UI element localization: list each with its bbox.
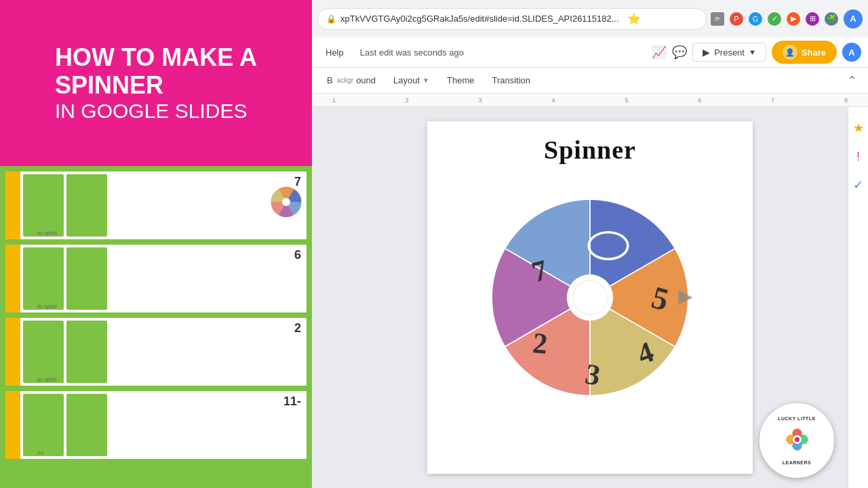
- collapse-toolbar-btn[interactable]: ⌃: [842, 71, 861, 90]
- thumb-left-bar-3: [5, 318, 20, 386]
- thumb-number-2: 6: [294, 248, 301, 262]
- browser-chrome: 🔒 xpTkVVGTGAy0i2cg5GRakJa5s/edit#slide=i…: [312, 0, 868, 37]
- theme-label: Theme: [447, 75, 474, 85]
- thumbnails-panel: 7 to spin! 6: [0, 166, 312, 488]
- spinner-svg: 5 4 3 2 7: [468, 176, 712, 420]
- logo-text-top: LUCKY LITTLE: [778, 416, 816, 422]
- green-bar-5: [23, 321, 64, 383]
- thumb-content-2: 6 to spin!: [20, 245, 307, 312]
- right-icon-3[interactable]: ✓: [851, 178, 866, 192]
- title-line-1: HOW TO MAKE A: [55, 43, 257, 71]
- ruler-marks: 1 2 3 4 5 6 7 8: [332, 97, 848, 104]
- thumb-content-1: 7 to spin!: [20, 171, 307, 239]
- comment-icon[interactable]: 💬: [672, 45, 687, 60]
- right-icon-1[interactable]: ★: [851, 121, 866, 136]
- url-text: xpTkVVGTGAy0i2cg5GRakJa5s/edit#slide=id.…: [340, 14, 619, 24]
- svg-point-22: [794, 437, 799, 442]
- thumb-label-2: to spin!: [37, 303, 57, 310]
- logo-flower: [782, 424, 812, 458]
- title-card-text: HOW TO MAKE A SPINNER IN GOOGLE SLIDES: [55, 43, 257, 123]
- thumb-spinner-1: [269, 185, 303, 219]
- share-label: Share: [802, 47, 826, 58]
- green-bar-7: [23, 394, 64, 456]
- thumb-content-3: 2 to spin!: [20, 318, 307, 386]
- logo-badge: LUCKY LITTLE LEARNERS: [760, 403, 834, 478]
- extension-icon-6[interactable]: ⊞: [806, 12, 819, 26]
- ruler-mark-7: 7: [771, 97, 774, 104]
- title-line-2: SPINNER: [55, 71, 257, 99]
- green-bar-4: [66, 247, 107, 310]
- thumb-left-bar: [5, 171, 20, 239]
- thumb-content-4: 11- 20: [20, 391, 307, 459]
- thumbnail-2[interactable]: 6 to spin!: [5, 245, 307, 312]
- trend-icon[interactable]: 📈: [652, 45, 667, 60]
- present-dropdown-arrow[interactable]: ▼: [749, 48, 756, 56]
- ruler-mark-3: 3: [479, 97, 482, 104]
- last-edit-text: Last edit was seconds ago: [360, 47, 464, 58]
- svg-point-1: [282, 198, 290, 206]
- thumb-number-3: 2: [294, 321, 301, 336]
- extension-icon-2[interactable]: P: [730, 12, 743, 26]
- green-bar-8: [66, 394, 107, 456]
- ruler: 1 2 3 4 5 6 7 8: [312, 94, 868, 107]
- present-label: Present: [714, 47, 745, 58]
- layout-label: Layout: [393, 75, 420, 85]
- thumb-label-3: to spin!: [37, 376, 57, 383]
- background-label: B: [327, 75, 333, 85]
- ruler-mark-8: 8: [844, 97, 848, 104]
- menu-item-transition[interactable]: Transition: [484, 72, 538, 89]
- help-menu-btn[interactable]: Help: [319, 45, 351, 60]
- logo-text-bottom: LEARNERS: [783, 460, 812, 465]
- present-icon: ▶: [703, 47, 710, 58]
- extension-icon-1[interactable]: ⟳: [711, 12, 724, 26]
- right-icon-2[interactable]: !: [851, 149, 866, 164]
- thumb-label-1: to spin!: [37, 230, 57, 237]
- green-bar-6: [66, 321, 107, 383]
- menu-item-layout[interactable]: Layout ▼: [385, 72, 437, 89]
- slide-title: Spinner: [544, 135, 636, 165]
- url-bar[interactable]: 🔒 xpTkVVGTGAy0i2cg5GRakJa5s/edit#slide=i…: [317, 8, 707, 30]
- green-bar-2: [66, 174, 107, 237]
- slides-menu: BackgrBackgroundound Layout ▼ Theme Tran…: [312, 68, 868, 94]
- thumb-left-bar-4: [5, 391, 20, 459]
- extension-icon-4[interactable]: ✓: [768, 12, 781, 26]
- spinner-wheel[interactable]: 5 4 3 2 7: [468, 176, 712, 420]
- green-bar-1: [23, 174, 64, 237]
- layout-arrow: ▼: [422, 77, 429, 84]
- share-icon: 👤: [783, 45, 797, 60]
- thumb-left-bar-2: [5, 245, 20, 312]
- ruler-mark-4: 4: [552, 97, 555, 104]
- transition-label: Transition: [492, 75, 530, 85]
- thumbnail-1[interactable]: 7 to spin!: [5, 171, 307, 239]
- menu-item-background[interactable]: BackgrBackgroundound: [319, 72, 384, 89]
- user-avatar-toolbar[interactable]: A: [842, 43, 861, 62]
- share-button[interactable]: 👤 Share: [772, 41, 837, 64]
- ruler-mark-5: 5: [625, 97, 628, 104]
- svg-point-15: [573, 281, 607, 314]
- user-avatar[interactable]: A: [844, 9, 863, 28]
- thumb-number-4: 11-: [283, 394, 301, 409]
- slide-canvas[interactable]: Spinner: [427, 121, 753, 474]
- slides-toolbar: Help Last edit was seconds ago 📈 💬 ▶ Pre…: [312, 37, 868, 68]
- thumbnail-3[interactable]: 2 to spin!: [5, 318, 307, 386]
- ruler-mark-1: 1: [332, 97, 336, 104]
- menu-item-theme[interactable]: Theme: [439, 72, 482, 89]
- ruler-mark-2: 2: [406, 97, 409, 104]
- title-line-3: IN GOOGLE SLIDES: [55, 100, 257, 123]
- toolbar-right: 📈 💬 ▶ Present ▼ 👤 Share A: [652, 41, 861, 64]
- green-bar-3: [23, 247, 64, 310]
- ruler-mark-6: 6: [698, 97, 701, 104]
- extension-icon-5[interactable]: ▶: [787, 12, 800, 26]
- extension-icon-7[interactable]: 🧩: [825, 12, 838, 26]
- right-panel: ★ ! ✓: [848, 107, 868, 488]
- present-button[interactable]: ▶ Present ▼: [692, 43, 766, 62]
- title-card: HOW TO MAKE A SPINNER IN GOOGLE SLIDES: [0, 0, 312, 166]
- svg-text:2: 2: [532, 327, 549, 360]
- thumb-label-4: 20: [37, 450, 43, 456]
- browser-icons: ⟳ P G ✓ ▶ ⊞ 🧩 A: [711, 9, 863, 28]
- extension-icon-3[interactable]: G: [749, 12, 762, 26]
- thumbnail-4[interactable]: 11- 20: [5, 391, 307, 459]
